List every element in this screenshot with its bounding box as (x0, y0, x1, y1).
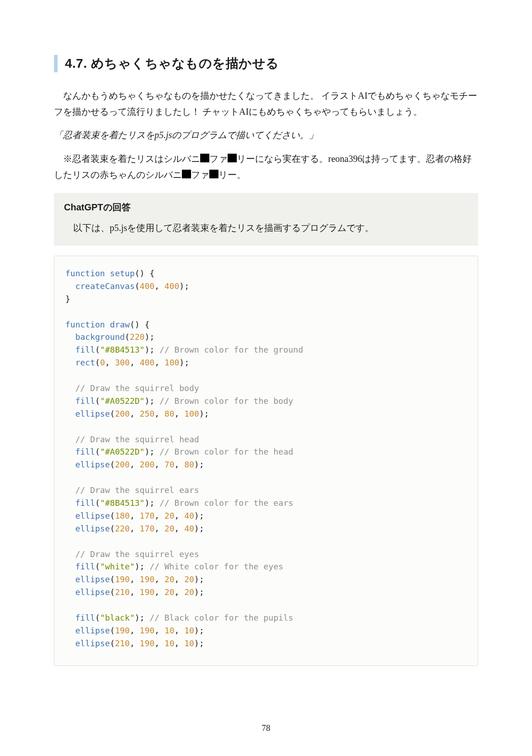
page: 4.7. めちゃくちゃなものを描かせる なんかもうめちゃくちゃなものを描かせたく… (0, 0, 532, 756)
chatgpt-response-block: ChatGPTの回答 以下は、p5.jsを使用して忍者装束を着たリスを描画するプ… (54, 193, 478, 246)
page-number: 78 (0, 723, 532, 733)
redaction-box (182, 170, 191, 178)
code-content: function setup() { createCanvas(400, 400… (65, 267, 467, 650)
note-text-2: ファ (209, 154, 228, 164)
redaction-box (209, 170, 218, 178)
section-heading: 4.7. めちゃくちゃなものを描かせる (54, 55, 478, 72)
note-text-5: リー。 (218, 170, 246, 180)
note-text-1: ※忍者装束を着たリスはシルバニ (63, 154, 200, 164)
redaction-box (228, 154, 237, 162)
response-body: 以下は、p5.jsを使用して忍者装束を着たリスを描画するプログラムです。 (64, 220, 468, 236)
intro-paragraph: なんかもうめちゃくちゃなものを描かせたくなってきました。 イラストAIでもめちゃ… (54, 88, 478, 120)
redaction-box (200, 154, 209, 162)
code-block: function setup() { createCanvas(400, 400… (54, 256, 478, 666)
response-title: ChatGPTの回答 (64, 201, 468, 214)
note-text-4: ファ (191, 170, 209, 180)
prompt-quote: 「忍者装束を着たリスをp5.jsのプログラムで描いてください。」 (54, 127, 478, 143)
footnote-paragraph: ※忍者装束を着たリスはシルバニファリーになら実在する。reona396は持ってま… (54, 151, 478, 183)
